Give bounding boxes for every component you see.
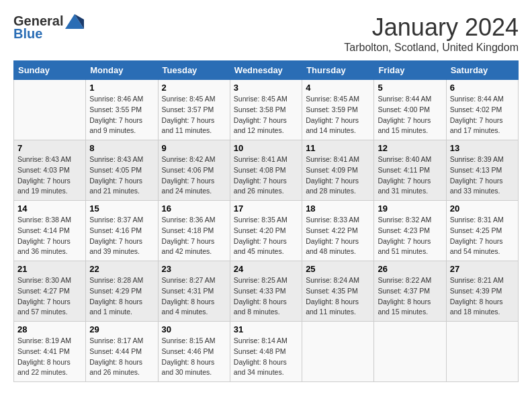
day-number: 20 xyxy=(450,203,515,214)
day-info: Sunrise: 8:19 AMSunset: 4:41 PMDaylight:… xyxy=(17,336,82,378)
day-info: Sunrise: 8:30 AMSunset: 4:27 PMDaylight:… xyxy=(17,275,82,318)
day-number: 17 xyxy=(234,203,298,214)
day-number: 7 xyxy=(17,143,82,153)
day-number: 2 xyxy=(162,83,226,93)
day-info: Sunrise: 8:28 AMSunset: 4:29 PMDaylight:… xyxy=(89,275,154,318)
day-cell: 6Sunrise: 8:44 AMSunset: 4:02 PMDaylight… xyxy=(446,80,518,140)
day-number: 25 xyxy=(306,264,370,274)
day-number: 30 xyxy=(162,324,226,334)
day-cell: 26Sunrise: 8:22 AMSunset: 4:37 PMDayligh… xyxy=(374,261,446,322)
day-info: Sunrise: 8:38 AMSunset: 4:14 PMDaylight:… xyxy=(17,215,82,257)
header: General Blue January 2024 Tarbolton, Sco… xyxy=(13,13,519,54)
day-cell: 31Sunrise: 8:14 AMSunset: 4:48 PMDayligh… xyxy=(230,322,302,382)
day-number: 8 xyxy=(89,143,154,153)
day-number: 3 xyxy=(234,83,298,93)
col-friday: Friday xyxy=(374,61,446,80)
day-number: 31 xyxy=(234,324,298,334)
day-info: Sunrise: 8:42 AMSunset: 4:06 PMDaylight:… xyxy=(162,154,226,197)
day-cell: 18Sunrise: 8:33 AMSunset: 4:22 PMDayligh… xyxy=(302,201,374,261)
day-info: Sunrise: 8:40 AMSunset: 4:11 PMDaylight:… xyxy=(378,154,442,197)
col-thursday: Thursday xyxy=(302,61,374,80)
day-number: 29 xyxy=(89,324,154,334)
day-info: Sunrise: 8:43 AMSunset: 4:05 PMDaylight:… xyxy=(89,154,154,197)
day-cell: 23Sunrise: 8:27 AMSunset: 4:31 PMDayligh… xyxy=(158,261,230,322)
day-cell: 7Sunrise: 8:43 AMSunset: 4:03 PMDaylight… xyxy=(14,140,86,201)
day-cell: 13Sunrise: 8:39 AMSunset: 4:13 PMDayligh… xyxy=(446,140,518,201)
day-cell xyxy=(446,322,518,382)
day-cell: 9Sunrise: 8:42 AMSunset: 4:06 PMDaylight… xyxy=(158,140,230,201)
day-cell: 25Sunrise: 8:24 AMSunset: 4:35 PMDayligh… xyxy=(302,261,374,322)
day-number: 26 xyxy=(378,264,442,274)
day-number: 24 xyxy=(234,264,298,274)
location-title: Tarbolton, Scotland, United Kingdom xyxy=(344,42,519,54)
day-cell: 1Sunrise: 8:46 AMSunset: 3:55 PMDaylight… xyxy=(86,80,158,140)
calendar-table: Sunday Monday Tuesday Wednesday Thursday… xyxy=(13,60,519,382)
header-row: Sunday Monday Tuesday Wednesday Thursday… xyxy=(14,61,519,80)
day-info: Sunrise: 8:17 AMSunset: 4:44 PMDaylight:… xyxy=(89,336,154,378)
week-row-1: 1Sunrise: 8:46 AMSunset: 3:55 PMDaylight… xyxy=(14,80,519,140)
day-number: 27 xyxy=(450,264,515,274)
day-cell: 30Sunrise: 8:15 AMSunset: 4:46 PMDayligh… xyxy=(158,322,230,382)
day-info: Sunrise: 8:15 AMSunset: 4:46 PMDaylight:… xyxy=(162,336,226,378)
day-cell: 8Sunrise: 8:43 AMSunset: 4:05 PMDaylight… xyxy=(86,140,158,201)
day-number: 15 xyxy=(89,203,154,214)
day-cell: 27Sunrise: 8:21 AMSunset: 4:39 PMDayligh… xyxy=(446,261,518,322)
day-info: Sunrise: 8:14 AMSunset: 4:48 PMDaylight:… xyxy=(234,336,298,378)
day-info: Sunrise: 8:41 AMSunset: 4:08 PMDaylight:… xyxy=(234,154,298,197)
day-cell: 28Sunrise: 8:19 AMSunset: 4:41 PMDayligh… xyxy=(14,322,86,382)
day-cell: 11Sunrise: 8:41 AMSunset: 4:09 PMDayligh… xyxy=(302,140,374,201)
week-row-2: 7Sunrise: 8:43 AMSunset: 4:03 PMDaylight… xyxy=(14,140,519,201)
day-number: 12 xyxy=(378,143,442,153)
day-cell: 21Sunrise: 8:30 AMSunset: 4:27 PMDayligh… xyxy=(14,261,86,322)
day-info: Sunrise: 8:45 AMSunset: 3:59 PMDaylight:… xyxy=(306,94,370,136)
day-cell: 2Sunrise: 8:45 AMSunset: 3:57 PMDaylight… xyxy=(158,80,230,140)
col-sunday: Sunday xyxy=(14,61,86,80)
day-number: 5 xyxy=(378,83,442,93)
day-info: Sunrise: 8:36 AMSunset: 4:18 PMDaylight:… xyxy=(162,215,226,257)
day-number: 13 xyxy=(450,143,515,153)
day-cell xyxy=(374,322,446,382)
day-cell: 10Sunrise: 8:41 AMSunset: 4:08 PMDayligh… xyxy=(230,140,302,201)
logo: General Blue xyxy=(13,13,84,42)
day-cell: 29Sunrise: 8:17 AMSunset: 4:44 PMDayligh… xyxy=(86,322,158,382)
day-number: 18 xyxy=(306,203,370,214)
day-cell: 19Sunrise: 8:32 AMSunset: 4:23 PMDayligh… xyxy=(374,201,446,261)
day-info: Sunrise: 8:41 AMSunset: 4:09 PMDaylight:… xyxy=(306,154,370,197)
day-cell: 12Sunrise: 8:40 AMSunset: 4:11 PMDayligh… xyxy=(374,140,446,201)
day-info: Sunrise: 8:39 AMSunset: 4:13 PMDaylight:… xyxy=(450,154,515,197)
col-monday: Monday xyxy=(86,61,158,80)
day-info: Sunrise: 8:25 AMSunset: 4:33 PMDaylight:… xyxy=(234,275,298,318)
day-number: 10 xyxy=(234,143,298,153)
logo-icon xyxy=(65,14,84,29)
day-info: Sunrise: 8:35 AMSunset: 4:20 PMDaylight:… xyxy=(234,215,298,257)
day-cell: 5Sunrise: 8:44 AMSunset: 4:00 PMDaylight… xyxy=(374,80,446,140)
week-row-4: 21Sunrise: 8:30 AMSunset: 4:27 PMDayligh… xyxy=(14,261,519,322)
day-info: Sunrise: 8:44 AMSunset: 4:00 PMDaylight:… xyxy=(378,94,442,136)
day-info: Sunrise: 8:45 AMSunset: 3:57 PMDaylight:… xyxy=(162,94,226,136)
day-cell: 24Sunrise: 8:25 AMSunset: 4:33 PMDayligh… xyxy=(230,261,302,322)
day-cell: 20Sunrise: 8:31 AMSunset: 4:25 PMDayligh… xyxy=(446,201,518,261)
day-info: Sunrise: 8:33 AMSunset: 4:22 PMDaylight:… xyxy=(306,215,370,257)
day-info: Sunrise: 8:37 AMSunset: 4:16 PMDaylight:… xyxy=(89,215,154,257)
day-info: Sunrise: 8:32 AMSunset: 4:23 PMDaylight:… xyxy=(378,215,442,257)
title-area: January 2024 Tarbolton, Scotland, United… xyxy=(344,13,519,54)
day-cell: 22Sunrise: 8:28 AMSunset: 4:29 PMDayligh… xyxy=(86,261,158,322)
day-info: Sunrise: 8:24 AMSunset: 4:35 PMDaylight:… xyxy=(306,275,370,318)
day-number: 19 xyxy=(378,203,442,214)
day-info: Sunrise: 8:27 AMSunset: 4:31 PMDaylight:… xyxy=(162,275,226,318)
day-number: 9 xyxy=(162,143,226,153)
day-cell: 3Sunrise: 8:45 AMSunset: 3:58 PMDaylight… xyxy=(230,80,302,140)
day-cell: 14Sunrise: 8:38 AMSunset: 4:14 PMDayligh… xyxy=(14,201,86,261)
day-number: 21 xyxy=(17,264,82,274)
col-saturday: Saturday xyxy=(446,61,518,80)
day-number: 6 xyxy=(450,83,515,93)
month-title: January 2024 xyxy=(344,13,519,42)
day-cell: 15Sunrise: 8:37 AMSunset: 4:16 PMDayligh… xyxy=(86,201,158,261)
day-number: 1 xyxy=(89,83,154,93)
day-cell xyxy=(302,322,374,382)
day-cell: 17Sunrise: 8:35 AMSunset: 4:20 PMDayligh… xyxy=(230,201,302,261)
day-number: 23 xyxy=(162,264,226,274)
day-cell: 16Sunrise: 8:36 AMSunset: 4:18 PMDayligh… xyxy=(158,201,230,261)
col-wednesday: Wednesday xyxy=(230,61,302,80)
day-info: Sunrise: 8:31 AMSunset: 4:25 PMDaylight:… xyxy=(450,215,515,257)
